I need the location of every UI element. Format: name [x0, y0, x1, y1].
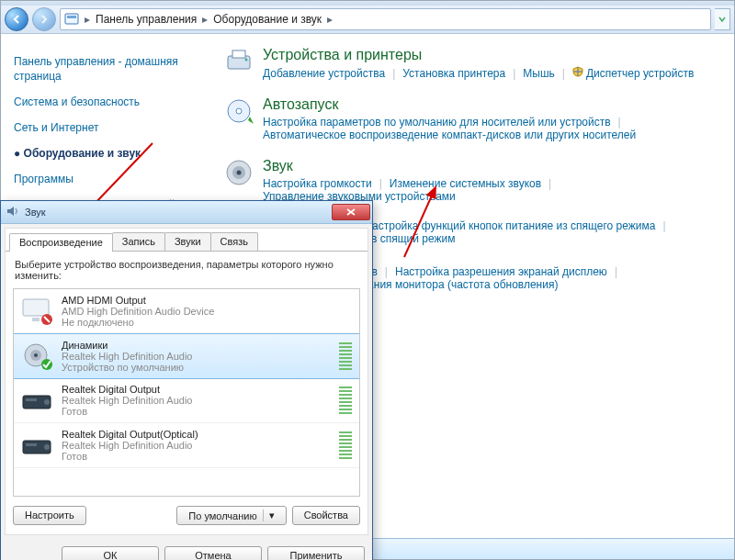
set-default-button[interactable]: По умолчанию ▾	[176, 506, 286, 525]
svg-rect-26	[26, 443, 37, 446]
speaker-icon	[224, 158, 254, 187]
link-power-buttons[interactable]: Настройка функций кнопок питания	[364, 219, 547, 232]
device-name: Realtek Digital Output	[62, 384, 192, 395]
link-autoplay-defaults[interactable]: Настройка параметров по умолчанию для но…	[263, 116, 611, 129]
device-item-hdmi[interactable]: AMD HDMI Output AMD High Definition Audi…	[14, 289, 359, 334]
device-sub: Realtek High Definition Audio	[62, 395, 192, 406]
dialog-titlebar[interactable]: Звук	[1, 201, 372, 224]
sidebar-item-home[interactable]: Панель управления - домашняя страница	[14, 54, 202, 84]
device-name: AMD HDMI Output	[62, 295, 214, 306]
breadcrumb-dropdown[interactable]	[715, 8, 730, 30]
back-button[interactable]	[5, 7, 28, 31]
printer-icon	[224, 47, 254, 76]
dialog-tabs: Воспроизведение Запись Звуки Связь	[6, 229, 368, 252]
level-meter	[339, 386, 352, 414]
svg-rect-23	[26, 398, 37, 401]
ok-button[interactable]: ОК	[62, 546, 159, 560]
svg-point-6	[236, 108, 242, 114]
control-panel-icon	[64, 12, 79, 27]
device-sub: AMD High Definition Audio Device	[62, 306, 214, 317]
svg-point-19	[34, 353, 38, 357]
chevron-right-icon: ▸	[327, 13, 333, 26]
device-status: Готов	[62, 406, 192, 417]
receiver-icon	[21, 431, 54, 459]
cancel-button[interactable]: Отмена	[164, 546, 262, 560]
device-name: Динамики	[62, 340, 192, 351]
device-name: Realtek Digital Output(Optical)	[62, 429, 198, 440]
device-item-speakers[interactable]: Динамики Realtek High Definition Audio У…	[13, 333, 360, 379]
category-sound: Звук Настройка громкости| Изменение сист…	[224, 158, 725, 203]
link-volume[interactable]: Настройка громкости	[263, 177, 372, 190]
device-status: Готов	[62, 451, 198, 462]
svg-rect-3	[232, 50, 245, 58]
tab-communications[interactable]: Связь	[210, 232, 258, 251]
dialog-instruction: Выберите устройство воспроизведения, пар…	[15, 259, 358, 281]
category-title[interactable]: Звук	[263, 158, 725, 174]
link-autoplay-cd[interactable]: Автоматическое воспроизведение компакт-д…	[263, 129, 636, 141]
device-list[interactable]: AMD HDMI Output AMD High Definition Audi…	[13, 288, 360, 497]
svg-rect-1	[67, 16, 76, 18]
svg-marker-7	[248, 117, 254, 124]
chevron-right-icon: ▸	[202, 13, 208, 26]
breadcrumb[interactable]: ▸ Панель управления ▸ Оборудование и зву…	[60, 8, 711, 30]
svg-point-25	[44, 444, 50, 450]
link-resolution[interactable]: Настройка разрешения экрана	[395, 265, 553, 278]
svg-point-10	[237, 171, 242, 175]
category-autoplay: Автозапуск Настройка параметров по умолч…	[224, 96, 725, 141]
tab-playback[interactable]: Воспроизведение	[9, 233, 113, 252]
sidebar-item-network[interactable]: Сеть и Интернет	[14, 120, 202, 135]
configure-button[interactable]: Настроить	[13, 506, 86, 525]
link-device-manager[interactable]: Диспетчер устройств	[586, 67, 694, 80]
tab-recording[interactable]: Запись	[112, 232, 165, 251]
device-status: Не подключено	[62, 317, 214, 328]
shield-icon	[572, 66, 583, 80]
level-meter	[339, 431, 352, 459]
dialog-footer: ОК Отмена Применить	[1, 539, 372, 560]
link-partial[interactable]: е из спящего режима	[547, 219, 655, 232]
navbar: ▸ Панель управления ▸ Оборудование и зву…	[1, 6, 734, 34]
apply-button[interactable]: Применить	[267, 546, 365, 560]
chevron-down-icon: ▾	[263, 510, 275, 521]
device-status: Устройство по умолчанию	[62, 362, 192, 373]
sidebar-item-programs[interactable]: Программы	[14, 172, 202, 186]
speaker-icon	[6, 205, 19, 219]
svg-marker-13	[7, 207, 14, 216]
svg-rect-15	[32, 318, 40, 321]
link-install-printer[interactable]: Установка принтера	[402, 67, 505, 80]
sound-dialog: Звук Воспроизведение Запись Звуки Связь …	[0, 200, 373, 560]
device-sub: Realtek High Definition Audio	[62, 440, 198, 451]
sidebar-item-system[interactable]: Система и безопасность	[14, 95, 202, 109]
close-button[interactable]	[332, 204, 370, 220]
device-item-digital[interactable]: Realtek Digital Output Realtek High Defi…	[14, 378, 359, 423]
dialog-title: Звук	[25, 207, 326, 218]
properties-button[interactable]: Свойства	[292, 506, 360, 525]
link-mouse[interactable]: Мышь	[523, 67, 555, 80]
link-system-sounds[interactable]: Изменение системных звуков	[390, 177, 541, 190]
level-meter	[339, 342, 352, 370]
monitor-icon	[21, 297, 54, 325]
link-partial[interactable]: й дисплею	[553, 265, 607, 278]
svg-point-22	[44, 399, 50, 405]
speaker-icon	[21, 342, 54, 370]
device-item-digital-optical[interactable]: Realtek Digital Output(Optical) Realtek …	[14, 423, 359, 468]
category-title[interactable]: Автозапуск	[263, 96, 725, 113]
svg-point-4	[245, 59, 248, 62]
forward-button[interactable]	[32, 7, 56, 31]
breadcrumb-seg-1[interactable]: Панель управления	[96, 13, 197, 26]
tab-sounds[interactable]: Звуки	[164, 232, 211, 251]
category-devices-printers: Устройства и принтеры Добавление устройс…	[224, 47, 725, 80]
sidebar-item-hardware-sound[interactable]: Оборудование и звук	[14, 146, 202, 161]
category-title[interactable]: Устройства и принтеры	[263, 47, 694, 63]
receiver-icon	[21, 386, 54, 414]
breadcrumb-seg-2[interactable]: Оборудование и звук	[213, 13, 322, 26]
device-sub: Realtek High Definition Audio	[62, 351, 192, 362]
link-add-device[interactable]: Добавление устройства	[263, 67, 385, 80]
autoplay-icon	[224, 96, 254, 126]
svg-rect-0	[65, 14, 78, 24]
svg-rect-14	[23, 299, 49, 316]
chevron-right-icon: ▸	[85, 13, 90, 26]
